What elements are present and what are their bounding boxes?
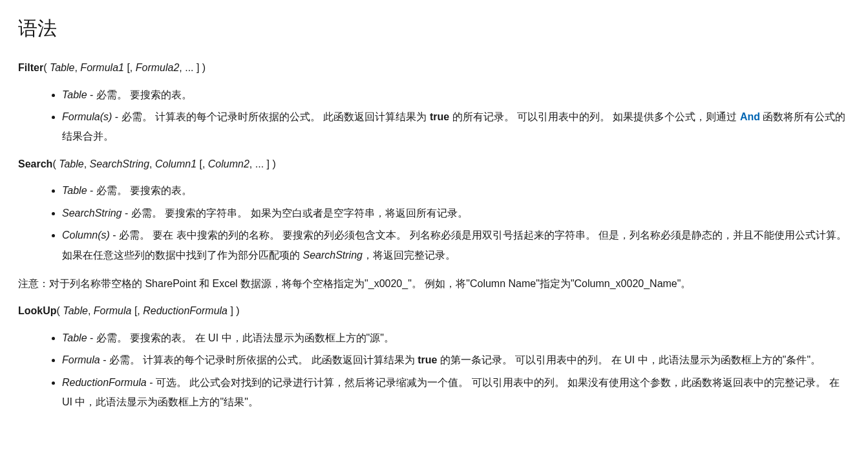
- lookup-param-reduction-name: ReductionFormula: [62, 377, 147, 388]
- search-arg-column2: Column2: [208, 158, 249, 169]
- lookup-arg-formula: Formula: [94, 305, 132, 316]
- search-params: Table - 必需。 要搜索的表。 SearchString - 必需。 要搜…: [18, 181, 850, 265]
- lookup-param-table-name: Table: [62, 332, 87, 343]
- filter-param-formulas-mid: 的所有记录。 可以引用表中的列。 如果提供多个公式，则通过: [449, 111, 740, 122]
- lookup-param-reduction-desc: - 可选。 此公式会对找到的记录进行计算，然后将记录缩减为一个值。 可以引用表中…: [62, 377, 840, 407]
- search-param-searchstring: SearchString - 必需。 要搜索的字符串。 如果为空白或者是空字符串…: [62, 204, 850, 223]
- lookup-sep1: ,: [88, 305, 94, 316]
- page-title: 语法: [18, 13, 850, 44]
- note-spaces: 注意：对于列名称带空格的 SharePoint 和 Excel 数据源，将每个空…: [18, 274, 850, 294]
- lookup-param-formula-pre: - 必需。 计算表的每个记录时所依据的公式。 此函数返回计算结果为: [100, 354, 418, 365]
- lookup-params: Table - 必需。 要搜索的表。 在 UI 中，此语法显示为函数框上方的"源…: [18, 328, 850, 413]
- search-sep2: ,: [149, 158, 155, 169]
- filter-arg-formula2: Formula2: [136, 62, 180, 73]
- search-opt-open: [,: [196, 158, 208, 169]
- filter-opt-open: [,: [124, 62, 136, 73]
- filter-param-table-name: Table: [62, 89, 87, 100]
- filter-arg-formula1: Formula1: [80, 62, 124, 73]
- search-param-searchstring-name: SearchString: [62, 208, 122, 219]
- filter-true-bold: true: [430, 111, 449, 122]
- filter-sig-open: (: [43, 62, 50, 73]
- filter-arg-table: Table: [50, 62, 75, 73]
- lookup-param-formula-name: Formula: [62, 354, 100, 365]
- filter-fn-name: Filter: [18, 62, 43, 73]
- filter-opt-rest: , ... ] ): [179, 62, 206, 73]
- lookup-true-bold: true: [418, 354, 437, 365]
- lookup-param-table: Table - 必需。 要搜索的表。 在 UI 中，此语法显示为函数框上方的"源…: [62, 328, 850, 348]
- search-opt-rest: , ... ] ): [249, 158, 276, 169]
- filter-param-table-desc: - 必需。 要搜索的表。: [87, 89, 193, 100]
- filter-params: Table - 必需。 要搜索的表。 Formula(s) - 必需。 计算表的…: [18, 85, 850, 147]
- lookup-arg-reduction: ReductionFormula: [143, 305, 228, 316]
- search-syntax: Search( Table, SearchString, Column1 [, …: [18, 156, 850, 173]
- lookup-opt-rest: ] ): [228, 305, 240, 316]
- filter-param-formulas: Formula(s) - 必需。 计算表的每个记录时所依据的公式。 此函数返回计…: [62, 107, 850, 147]
- search-param-columns: Column(s) - 必需。 要在 表中搜索的列的名称。 要搜索的列必须包含文…: [62, 226, 850, 265]
- search-param-table-desc: - 必需。 要搜索的表。: [87, 185, 193, 196]
- filter-param-table: Table - 必需。 要搜索的表。: [62, 85, 850, 105]
- search-param-columns-name: Column(s): [62, 230, 110, 241]
- lookup-syntax: LookUp( Table, Formula [, ReductionFormu…: [18, 303, 850, 319]
- search-fn-name: Search: [18, 158, 52, 169]
- lookup-arg-table: Table: [63, 305, 88, 316]
- search-sep1: ,: [84, 158, 90, 169]
- filter-param-formulas-name: Formula(s): [62, 111, 112, 122]
- search-arg-table: Table: [59, 158, 84, 169]
- search-arg-column1: Column1: [155, 158, 196, 169]
- lookup-sig-open: (: [57, 305, 63, 316]
- lookup-param-table-desc: - 必需。 要搜索的表。 在 UI 中，此语法显示为函数框上方的"源"。: [87, 332, 394, 343]
- search-param-table: Table - 必需。 要搜索的表。: [62, 181, 850, 200]
- lookup-opt-open: [,: [131, 305, 143, 316]
- search-param-columns-ss: SearchString: [302, 250, 363, 261]
- lookup-param-formula: Formula - 必需。 计算表的每个记录时所依据的公式。 此函数返回计算结果…: [62, 350, 850, 370]
- search-arg-searchstring: SearchString: [90, 158, 150, 169]
- search-param-searchstring-desc: - 必需。 要搜索的字符串。 如果为空白或者是空字符串，将返回所有记录。: [122, 208, 468, 219]
- and-link[interactable]: And: [740, 111, 760, 122]
- search-sig-open: (: [52, 158, 59, 169]
- filter-syntax: Filter( Table, Formula1 [, Formula2, ...…: [18, 59, 850, 76]
- search-param-table-name: Table: [62, 185, 87, 196]
- lookup-param-formula-post: 的第一条记录。 可以引用表中的列。 在 UI 中，此语法显示为函数框上方的"条件…: [437, 354, 821, 365]
- search-param-columns-post: ，将返回完整记录。: [363, 250, 456, 261]
- lookup-param-reduction: ReductionFormula - 可选。 此公式会对找到的记录进行计算，然后…: [62, 373, 850, 413]
- lookup-fn-name: LookUp: [18, 305, 57, 316]
- filter-param-formulas-pre: - 必需。 计算表的每个记录时所依据的公式。 此函数返回计算结果为: [112, 111, 430, 122]
